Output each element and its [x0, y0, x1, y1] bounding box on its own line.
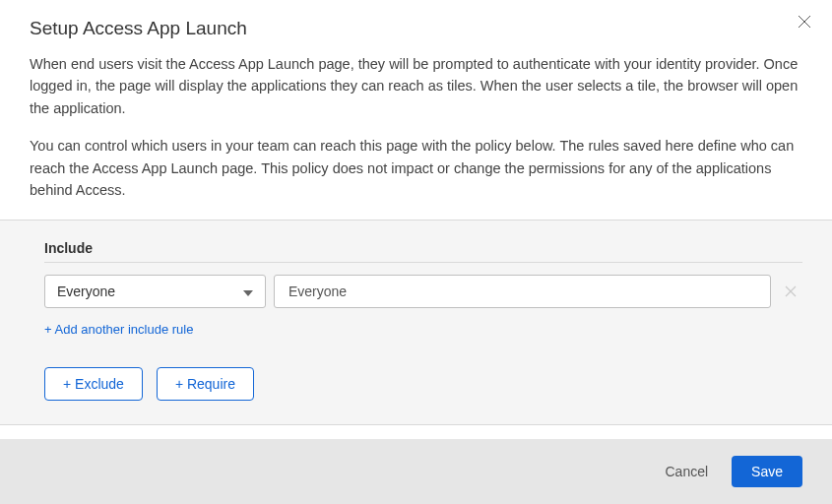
include-section-label: Include [44, 240, 802, 263]
rule-value-input[interactable]: Everyone [274, 275, 771, 308]
exclude-button[interactable]: + Exclude [44, 367, 143, 401]
chevron-down-icon [243, 283, 253, 300]
rule-type-select[interactable]: Everyone [44, 275, 266, 308]
rule-value-text: Everyone [288, 284, 347, 299]
remove-rule-icon[interactable] [779, 280, 802, 303]
close-icon[interactable] [797, 14, 812, 30]
dialog-footer: Cancel Save [0, 439, 832, 504]
require-button[interactable]: + Require [157, 367, 254, 401]
policy-section: Include Everyone Everyone + Add another … [0, 220, 832, 425]
save-button[interactable]: Save [732, 456, 802, 487]
add-include-rule-link[interactable]: + Add another include rule [44, 322, 193, 337]
cancel-button[interactable]: Cancel [665, 464, 708, 479]
description-paragraph-2: You can control which users in your team… [30, 135, 802, 201]
include-rule-row: Everyone Everyone [44, 275, 802, 308]
dialog-description: When end users visit the Access App Laun… [30, 53, 802, 202]
description-paragraph-1: When end users visit the Access App Laun… [30, 53, 802, 119]
rule-type-value: Everyone [57, 284, 115, 299]
dialog-title: Setup Access App Launch [30, 18, 802, 39]
